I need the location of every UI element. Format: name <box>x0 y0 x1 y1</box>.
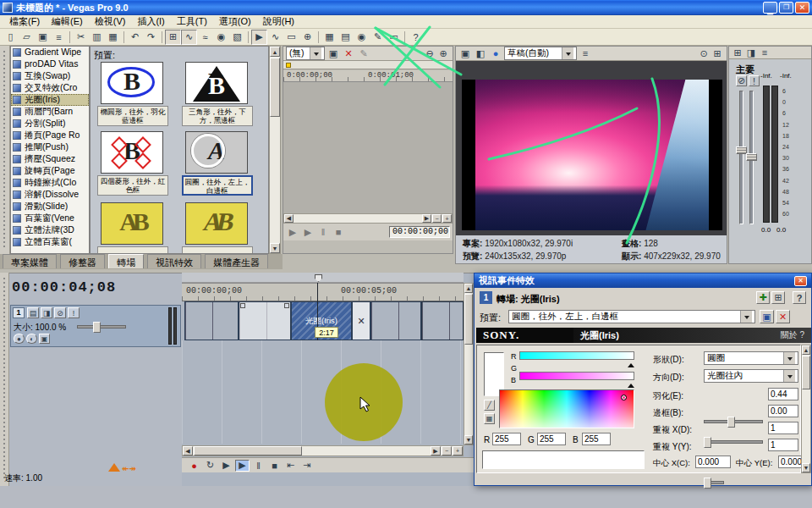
eyedropper-button[interactable]: ╱ <box>484 400 495 411</box>
play-button-active[interactable]: ▶ <box>235 460 250 472</box>
go-to-start-button[interactable]: ⇤ <box>283 460 298 472</box>
current-time-display[interactable]: 00:00:04;08 <box>12 279 179 300</box>
red-value-field[interactable] <box>492 433 521 445</box>
trimmer-marker-bar[interactable] <box>283 61 453 69</box>
normal-edit-tool-button[interactable]: ▶ <box>251 30 267 45</box>
slider-thumb[interactable] <box>704 478 711 489</box>
preset-thumbnail-circle-selected[interactable]: A <box>185 131 248 174</box>
clip-sunset-selected[interactable] <box>239 301 291 340</box>
plugin-about-link[interactable]: 關於 ? <box>781 329 804 341</box>
fx-dialog-titlebar[interactable]: 視訊事件特效 ✕ <box>475 273 811 288</box>
multicam-button[interactable]: ▦ <box>321 30 337 45</box>
trimmer-stop-button[interactable]: ■ <box>332 226 345 238</box>
preset-label[interactable]: 三角形，往外，下方，黑邊框 <box>182 106 253 126</box>
expand-track-layers-button[interactable]: ▤ <box>337 30 354 45</box>
tab-transitions[interactable]: 轉場 <box>108 254 144 268</box>
trimmer-media-select[interactable]: (無) <box>286 47 325 60</box>
shape-select[interactable]: 圓圈 <box>704 351 798 365</box>
transition-list-item[interactable]: 互換(Swap) <box>11 70 89 82</box>
save-preset-button[interactable]: ▣ <box>760 310 774 323</box>
scroll-up-arrow[interactable]: ▲ <box>270 47 280 57</box>
track-fx-button[interactable]: ◨ <box>41 307 52 318</box>
preset-label-cut[interactable] <box>182 246 253 254</box>
timeline-window-grip[interactable] <box>0 273 9 486</box>
menu-view[interactable]: 檢視(V) <box>89 14 132 29</box>
trimmer-zoom-in-button[interactable]: ⊕ <box>436 47 450 60</box>
preset-thumbnail-ellipse[interactable]: B <box>101 62 163 104</box>
feather-slider[interactable] <box>704 420 763 423</box>
external-monitor-button[interactable]: ▣ <box>458 47 472 60</box>
auto-ripple-toggle[interactable]: ≈ <box>197 30 213 45</box>
transition-list-item[interactable]: 時鐘擦拭(Clo <box>11 177 89 189</box>
pause-button[interactable]: ‖ <box>251 460 266 472</box>
menu-tools[interactable]: 工具(T) <box>171 14 213 29</box>
preset-thumbnail-partial[interactable]: AB <box>101 202 163 245</box>
fade-handle-icon[interactable] <box>240 303 245 308</box>
dropdown-arrow-icon[interactable] <box>740 311 752 323</box>
mixer-mute-button[interactable]: ⊘ <box>736 75 747 86</box>
video-event-fx-dialog[interactable]: 視訊事件特效 ✕ 1 轉場: 光圈(Iris) ✚ ⊞ ? 預置: 圓圈，往外，… <box>474 273 812 486</box>
trimmer-ruler[interactable]: 0:00:00;00 0:00:01;00 <box>283 70 453 82</box>
transition-list-item[interactable]: 推閘(Push) <box>11 141 89 153</box>
ignore-event-grouping-toggle[interactable]: ▧ <box>229 30 245 45</box>
timeline-ruler[interactable]: 00:00:00;00 00:00:05;00 <box>182 283 464 301</box>
copy-button[interactable]: ▥ <box>89 30 105 45</box>
tab-media-generators[interactable]: 媒體產生器 <box>205 254 268 268</box>
timeline-hscrollbar[interactable]: ◀ ▶ − + <box>182 445 464 456</box>
preset-thumbnail-triangle[interactable]: B B <box>185 62 248 104</box>
enable-snapping-toggle[interactable]: ⊞ <box>165 30 181 45</box>
scrollbar-thumb[interactable] <box>194 446 302 456</box>
preview-quality-icon-button[interactable]: ● <box>489 47 502 60</box>
mixer-insert-bus-button[interactable]: ⊞ <box>732 47 743 58</box>
transition-list-item[interactable]: 分割(Split) <box>11 118 89 130</box>
zoom-edit-tool-button[interactable]: ⊕ <box>299 30 315 45</box>
center-x-field[interactable] <box>695 456 731 468</box>
scroll-down-arrow[interactable]: ▼ <box>270 243 280 253</box>
track-mute-button[interactable]: ⊘ <box>54 307 66 318</box>
scrollbar-thumb[interactable] <box>802 356 810 389</box>
trimmer-marker-icon[interactable] <box>286 63 291 68</box>
fx-dialog-close-button[interactable]: ✕ <box>794 276 807 286</box>
preset-thumbnail-diamonds[interactable]: B <box>101 131 163 174</box>
timeline-marker-icon[interactable] <box>108 457 120 472</box>
timeline-marker-bar[interactable] <box>182 273 464 283</box>
clip-sunset[interactable] <box>184 301 239 340</box>
preview-quality-select[interactable]: 草稿(自動) <box>504 47 577 60</box>
slider-thumb[interactable] <box>93 322 101 333</box>
transition-list-item[interactable]: 擠壓(Squeez <box>11 153 89 165</box>
fx-dialog-scrollbar[interactable]: ▲ ▼ <box>801 345 811 473</box>
undo-button[interactable]: ↶ <box>127 30 143 45</box>
playback-rate-label[interactable]: 速率: 1.00 <box>4 472 42 484</box>
playhead-cursor-marker[interactable] <box>315 274 322 282</box>
scroll-up-arrow[interactable]: ▲ <box>802 345 810 355</box>
paste-button[interactable]: ▦ <box>105 30 121 45</box>
preset-thumbnail-partial[interactable]: AB <box>185 202 248 245</box>
menu-file[interactable]: 檔案(F) <box>3 14 46 29</box>
menu-edit[interactable]: 編輯(E) <box>46 14 89 29</box>
loop-playback-button[interactable]: ↻ <box>203 460 217 472</box>
preset-label-cut[interactable] <box>97 246 168 254</box>
fader-handle-right[interactable] <box>746 153 757 161</box>
go-to-end-button[interactable]: ⇥ <box>299 460 314 472</box>
slider-thumb[interactable] <box>727 417 735 428</box>
transition-list-item[interactable]: 交叉特效(Cro <box>11 82 89 94</box>
fx-plugin-chain-button[interactable]: ⊞ <box>771 291 785 304</box>
dropdown-arrow-icon[interactable] <box>562 47 573 59</box>
scroll-down-arrow[interactable]: ▼ <box>464 435 473 444</box>
green-value-field[interactable] <box>537 433 566 445</box>
transition-list-item[interactable]: 雨層門(Barn <box>11 106 89 118</box>
track-motion-button[interactable]: ● <box>14 334 25 344</box>
red-channel-slider[interactable] <box>519 351 634 360</box>
timeline-zoom-in-button[interactable]: + <box>453 446 463 456</box>
track-size-slider[interactable] <box>77 325 126 329</box>
transition-list-item[interactable]: 立體百葉窗( <box>11 236 89 248</box>
crossfade-icon[interactable]: ✕ <box>352 301 370 340</box>
open-button[interactable]: ▱ <box>19 30 35 45</box>
scrollbar-thumb[interactable] <box>464 294 473 345</box>
track-minimize-button[interactable]: ▤ <box>27 307 39 318</box>
slider-thumb[interactable] <box>704 437 711 448</box>
close-button[interactable]: ✕ <box>795 2 809 14</box>
restore-button[interactable]: ❐ <box>779 2 793 14</box>
whats-this-help-button[interactable]: ? <box>408 30 424 45</box>
titlebar[interactable]: 未標題的 * - Vegas Pro 9.0 ▁ ❐ ✕ <box>0 0 812 15</box>
